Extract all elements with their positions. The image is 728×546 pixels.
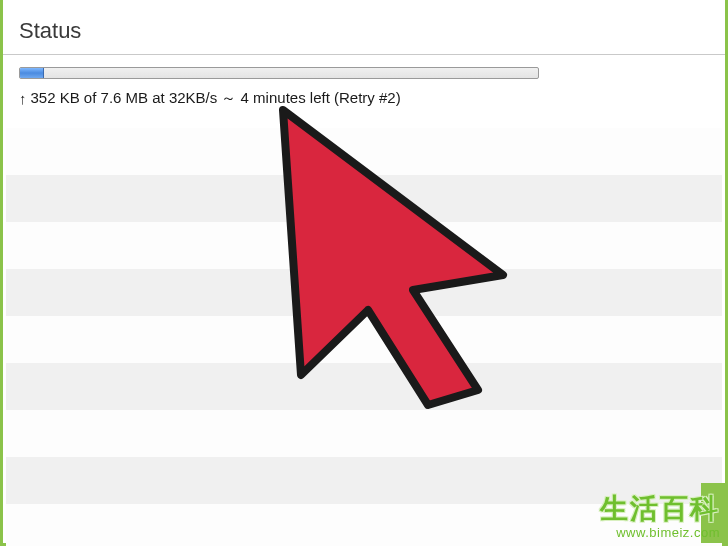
row-stripe: [6, 222, 722, 269]
row-stripe: [6, 316, 722, 363]
progress-bar-fill: [20, 68, 44, 78]
row-stripe: [6, 457, 722, 504]
upload-progress-row: ↑ 352 KB of 7.6 MB at 32KB/s ～ 4 minutes…: [3, 55, 725, 118]
row-stripe: [6, 410, 722, 457]
row-stripe: [6, 269, 722, 316]
status-column-header[interactable]: Status: [3, 0, 725, 55]
upload-arrow-icon: ↑: [19, 91, 27, 106]
row-stripe: [6, 175, 722, 222]
striped-background: [6, 128, 722, 540]
progress-status-line: ↑ 352 KB of 7.6 MB at 32KB/s ～ 4 minutes…: [19, 89, 709, 108]
status-header-label: Status: [19, 18, 81, 43]
row-stripe: [6, 363, 722, 410]
row-stripe: [6, 128, 722, 175]
row-stripe: [6, 504, 722, 546]
progress-status-text: 352 KB of 7.6 MB at 32KB/s ～ 4 minutes l…: [31, 89, 401, 108]
content-area: Status ↑ 352 KB of 7.6 MB at 32KB/s ～ 4 …: [3, 0, 725, 543]
watermark-bar: [701, 483, 725, 543]
progress-bar[interactable]: [19, 67, 539, 79]
